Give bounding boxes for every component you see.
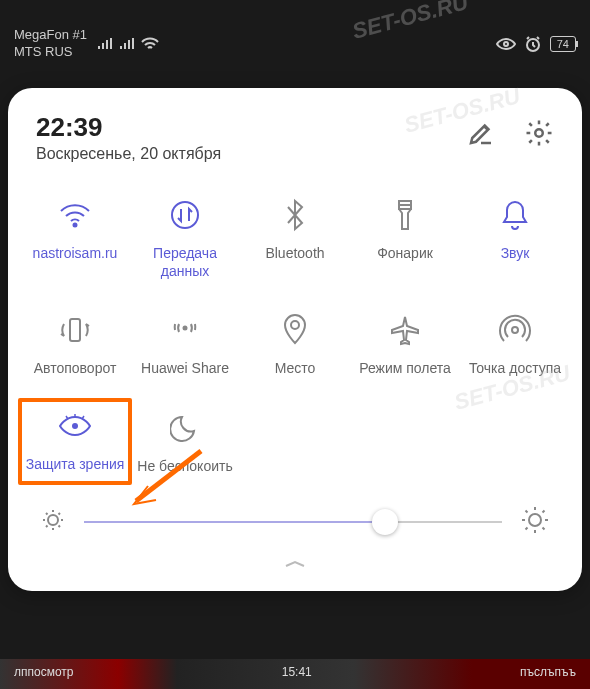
hotspot-icon [498,310,532,350]
alarm-status-icon [524,35,542,53]
tile-location[interactable]: Место [242,304,348,384]
flashlight-icon [394,195,416,235]
wifi-icon [58,195,92,235]
tile-label: Режим полета [359,360,451,378]
slider-thumb[interactable] [372,509,398,535]
tile-label: Точка доступа [469,360,561,378]
tile-label: Не беспокоить [137,458,232,476]
brightness-row [22,481,568,547]
tile-label: Huawei Share [141,360,229,378]
svg-point-9 [512,327,518,333]
status-bar: MegaFon #1 MTS RUS 74 [0,0,590,80]
svg-rect-6 [70,319,80,341]
brightness-low-icon [40,507,66,537]
quick-settings-panel: 22:39 Воскресенье, 20 октября nastroisam… [8,88,582,591]
carrier-1: MegaFon #1 [14,27,87,44]
tile-wifi[interactable]: nastroisam.ru [22,189,128,286]
svg-point-7 [183,326,188,331]
eye-icon [58,406,92,446]
panel-header: 22:39 Воскресенье, 20 октября [22,112,568,183]
edit-icon[interactable] [466,118,496,152]
tile-label: Место [275,360,316,378]
clock-time: 22:39 [36,112,466,143]
tile-hotspot[interactable]: Точка доступа [462,304,568,384]
tile-label: Защита зрения [26,456,125,474]
svg-point-8 [291,321,299,329]
tile-label: Передача данных [134,245,236,280]
panel-grabber[interactable] [22,555,568,573]
tile-eye-comfort[interactable]: Защита зрения [18,398,132,486]
tiles-grid: nastroisam.ru Передача данных Bluetooth … [22,189,568,481]
tile-bluetooth[interactable]: Bluetooth [242,189,348,286]
tile-flashlight[interactable]: Фонарик [352,189,458,286]
tile-autorotate[interactable]: Автоповорот [22,304,128,384]
airplane-icon [389,310,421,350]
tile-label: Фонарик [377,245,433,263]
tile-dnd[interactable]: Не беспокоить [132,402,238,482]
svg-point-3 [74,224,77,227]
status-left: MegaFon #1 MTS RUS [14,27,159,61]
data-icon [169,195,201,235]
dnd-icon [170,408,200,448]
tile-label: Bluetooth [265,245,324,263]
svg-point-11 [48,515,58,525]
tile-mobile-data[interactable]: Передача данных [132,189,238,286]
svg-point-10 [72,423,78,429]
battery-indicator: 74 [550,36,576,52]
tile-sound[interactable]: Звук [462,189,568,286]
svg-point-12 [529,514,541,526]
svg-point-0 [504,42,508,46]
tile-airplane[interactable]: Режим полета [352,304,458,384]
brightness-slider[interactable] [84,521,502,523]
tile-label: Звук [501,245,530,263]
clock-date: Воскресенье, 20 октября [36,145,466,163]
tile-label: Автоповорот [34,360,117,378]
signal-icons [97,37,159,51]
background-strip: лппосмотр15:41пъслъпъъ [0,659,590,689]
carrier-2: MTS RUS [14,44,87,61]
eye-status-icon [496,37,516,51]
svg-point-4 [172,202,198,228]
share-icon [169,310,201,350]
svg-point-2 [535,129,543,137]
bluetooth-icon [284,195,306,235]
brightness-high-icon [520,505,550,539]
location-icon [282,310,308,350]
sound-icon [500,195,530,235]
autorotate-icon [58,310,92,350]
status-right: 74 [496,35,576,53]
gear-icon[interactable] [524,118,554,152]
tile-label: nastroisam.ru [33,245,118,263]
tile-huawei-share[interactable]: Huawei Share [132,304,238,384]
